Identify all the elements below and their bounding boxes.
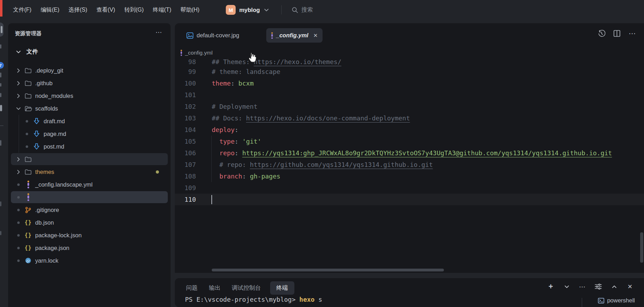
tree-item-label: draft.md <box>44 118 65 125</box>
search-view-icon <box>0 44 1 49</box>
code-line-99[interactable]: 99# theme: landscape <box>175 66 644 77</box>
editor-tab-default-cover-jpg[interactable]: default-cover.jpg <box>186 28 239 43</box>
vertical-scrollbar[interactable] <box>640 232 643 263</box>
yaml-icon <box>23 181 33 188</box>
timeline-history-icon[interactable] <box>598 30 605 37</box>
tree-item-page-md[interactable]: page.md <box>8 127 171 140</box>
more-actions-icon[interactable]: ⋯ <box>629 30 636 37</box>
code-line-106[interactable]: 106 repo: https://yqs1314:ghp_JRCWxAL8o9… <box>175 147 644 159</box>
search-icon <box>292 7 298 13</box>
close-panel-icon[interactable]: ✕ <box>626 283 633 290</box>
code-line-102[interactable]: 102# Deployment <box>175 101 644 112</box>
tree-item-label: post.md <box>44 143 64 150</box>
tree-item-package-lock-json[interactable]: {}package-lock.json <box>8 229 171 242</box>
terminal-shell-icon <box>598 298 604 303</box>
workspace-name: myblog <box>239 7 260 13</box>
terminal-prompt: PS E:\vscode-projects\myblog> <box>185 296 299 303</box>
tree-item-label: yarn.lock <box>35 257 58 264</box>
tree-item-config-yml[interactable]: _config.yml <box>8 191 171 203</box>
code-line-109[interactable]: 109 <box>175 182 644 194</box>
code-line-110[interactable]: 110 <box>175 194 644 205</box>
line-number: 110 <box>175 196 196 203</box>
code-line-98[interactable]: 98## Themes: https://hexo.io/themes/ <box>175 58 644 66</box>
menu-帮助-h[interactable]: 帮助(H) <box>176 4 204 16</box>
line-number: 98 <box>175 58 196 65</box>
launch-profile-chevron-icon[interactable] <box>563 283 570 290</box>
tree-item-label: .gitignore <box>35 207 59 213</box>
tune-filter-icon[interactable] <box>595 283 602 290</box>
yaml-file-icon <box>181 50 182 56</box>
tree-item-gitignore[interactable]: .gitignore <box>8 203 171 216</box>
panel-more-icon[interactable]: ⋯ <box>579 283 586 290</box>
menu-编辑-e[interactable]: 编辑(E) <box>36 4 64 16</box>
tree-item-github[interactable]: .github <box>8 77 171 89</box>
close-tab-icon[interactable]: ✕ <box>313 32 318 39</box>
code-line-108[interactable]: 108 branch: gh-pages <box>175 170 644 182</box>
line-content: type: 'git' <box>212 138 261 145</box>
file-bullet-icon <box>22 133 31 135</box>
code-line-107[interactable]: 107 # repo: https://github.com/yqs1314/y… <box>175 159 644 170</box>
activity-bar[interactable]: 7 <box>0 20 5 307</box>
terminal-shell-label: powershell <box>607 297 635 304</box>
terminal-instance-item[interactable]: powershell <box>598 297 635 304</box>
panel-tab-调试控制台[interactable]: 调试控制台 <box>232 284 261 292</box>
new-terminal-icon[interactable]: + <box>547 283 554 290</box>
line-number: 103 <box>175 114 196 122</box>
code-line-105[interactable]: 105 type: 'git' <box>175 136 644 147</box>
horizontal-scrollbar[interactable] <box>212 269 444 271</box>
sidebar-more-actions-icon[interactable]: ⋯ <box>155 28 163 36</box>
md-icon <box>31 118 42 124</box>
code-line-101[interactable]: 101 <box>175 89 644 101</box>
tree-item-themes[interactable]: themes <box>8 165 171 178</box>
menu-转到-g[interactable]: 转到(G) <box>120 4 148 16</box>
menu-查看-v[interactable]: 查看(V) <box>92 4 120 16</box>
editor-tab-config-yml[interactable]: _config.yml✕ <box>266 28 323 43</box>
tree-item-config-landscape-yml[interactable]: _config.landscape.yml <box>8 178 171 191</box>
tree-item-draft-md[interactable]: draft.md <box>8 115 171 127</box>
code-line-100[interactable]: 100theme: bcxm <box>175 77 644 89</box>
workspace-switcher[interactable]: M myblog <box>226 5 269 15</box>
tree-item-scaffolds[interactable]: scaffolds <box>8 102 171 115</box>
menu-bar: 文件(F)编辑(E)选择(S)查看(V)转到(G)终端(T)帮助(H) <box>8 4 204 16</box>
folder-icon <box>23 80 33 86</box>
panel-tab-问题[interactable]: 问题 <box>186 284 198 292</box>
line-number: 108 <box>175 173 196 180</box>
tree-item-yarn-lock[interactable]: yarn.lock <box>8 254 171 267</box>
code-line-103[interactable]: 103## Docs: https://hexo.io/docs/one-com… <box>175 112 644 124</box>
tree-item-deploy-git[interactable]: .deploy_git <box>8 64 171 77</box>
panel-tab-终端[interactable]: 终端 <box>270 281 294 295</box>
tree-item-label: .deploy_git <box>35 67 63 74</box>
global-search[interactable]: 搜索 <box>292 6 313 14</box>
tree-item-label: themes <box>35 169 54 175</box>
line-number: 100 <box>175 80 196 87</box>
maximize-panel-chevron-icon[interactable] <box>611 283 618 290</box>
scm-icon <box>0 73 1 77</box>
code-area[interactable]: 98## Themes: https://hexo.io/themes/99# … <box>175 58 644 273</box>
tree-item-post-md[interactable]: post.md <box>8 140 171 153</box>
terminal-command: hexo <box>299 296 314 303</box>
git-icon <box>23 207 33 213</box>
tree-item-node-modules[interactable]: node_modules <box>8 89 171 102</box>
breadcrumb-filename: _config.yml <box>185 50 212 56</box>
sidebar-section-files[interactable]: 文件 <box>8 46 171 58</box>
file-bullet-icon <box>14 234 23 237</box>
tree-item-db-json[interactable]: {}db.json <box>8 216 171 229</box>
file-tree: .deploy_git.githubnode_modulesscaffoldsd… <box>8 64 171 267</box>
terminal-command-line[interactable]: PS E:\vscode-projects\myblog> hexo s <box>185 296 322 303</box>
breadcrumb[interactable]: _config.yml <box>180 48 212 58</box>
menu-终端-t[interactable]: 终端(T) <box>148 4 176 16</box>
chevron-right-icon <box>14 94 23 98</box>
panel-tab-输出[interactable]: 输出 <box>209 284 221 292</box>
line-number: 101 <box>175 91 196 99</box>
debug-icon <box>0 83 1 87</box>
split-editor-icon[interactable] <box>613 30 621 37</box>
tree-item-label: package-lock.json <box>35 232 82 239</box>
file-bullet-icon <box>14 259 23 262</box>
menu-文件-f[interactable]: 文件(F) <box>8 4 36 16</box>
code-line-104[interactable]: 104deploy: <box>175 124 644 136</box>
tree-item-source[interactable]: source <box>8 153 171 165</box>
accent-sliver <box>0 0 2 17</box>
menu-选择-s[interactable]: 选择(S) <box>64 4 92 16</box>
tree-item-package-json[interactable]: {}package.json <box>8 242 171 254</box>
vscode-window: 文件(F)编辑(E)选择(S)查看(V)转到(G)终端(T)帮助(H) M my… <box>0 0 644 307</box>
